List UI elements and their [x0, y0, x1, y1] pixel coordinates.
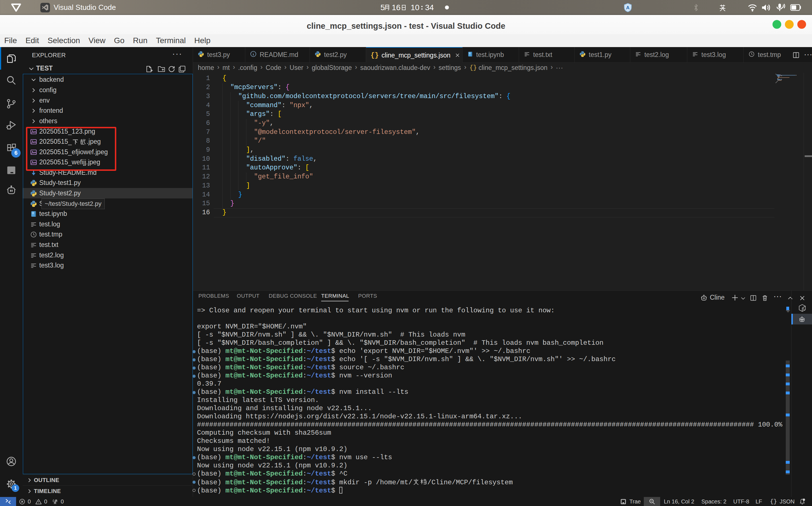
svg-text:A: A [626, 5, 629, 10]
svg-text:$: $ [803, 308, 804, 310]
